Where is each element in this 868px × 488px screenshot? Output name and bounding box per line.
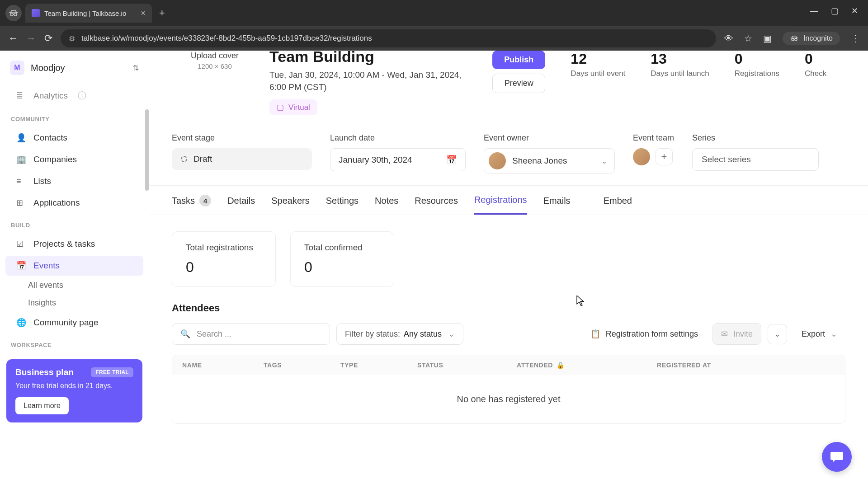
info-icon: ⓘ	[78, 90, 86, 102]
stat-days-until-launch: 13Days until launch	[651, 51, 709, 115]
tab-divider	[587, 197, 587, 209]
team-member-avatar[interactable]	[633, 148, 650, 165]
tab-speakers[interactable]: Speakers	[271, 195, 310, 215]
registration-form-settings-button[interactable]: 📋 Registration form settings	[582, 324, 706, 344]
trial-badge: FREE TRIAL	[91, 367, 133, 377]
attendees-search-input[interactable]: 🔍 Search ...	[172, 323, 330, 345]
browser-menu-icon[interactable]: ⋮	[851, 33, 860, 44]
owner-label: Event owner	[484, 133, 615, 143]
launch-date-input[interactable]: January 30th, 2024 📅	[330, 148, 466, 171]
sidebar-item-projects[interactable]: ☑Projects & tasks	[5, 234, 143, 254]
tab-emails[interactable]: Emails	[543, 195, 571, 215]
calendar-icon: 📅	[16, 261, 26, 271]
tasks-count-badge: 4	[199, 195, 211, 206]
browser-address-bar: ← → ⟳ ⚙ talkbase.io/w/moodjoy/events/e33…	[0, 26, 868, 51]
panel-total-registrations: Total registrations 0	[172, 231, 276, 287]
bookmark-star-icon[interactable]: ☆	[744, 33, 752, 44]
svg-point-1	[14, 13, 17, 16]
sidebar-item-events[interactable]: 📅Events	[5, 256, 143, 276]
applications-icon: ⊞	[16, 198, 26, 208]
sidebar-item-contacts[interactable]: 👤Contacts	[5, 128, 143, 148]
main-content: Upload cover 1200 × 630 Team Building Tu…	[149, 51, 868, 488]
stat-days-until-event: 12Days until event	[571, 51, 625, 115]
search-icon: 🔍	[180, 329, 190, 339]
panel-icon[interactable]: ▣	[763, 33, 772, 44]
sidebar-item-analytics[interactable]: ≣ Analytics ⓘ	[5, 85, 143, 107]
url-input[interactable]: ⚙ talkbase.io/w/moodjoy/events/e33823ef-…	[61, 29, 716, 47]
browser-tab[interactable]: Team Building | Talkbase.io ×	[25, 4, 152, 23]
export-button[interactable]: Export ⌄	[793, 324, 845, 344]
sidebar-item-applications[interactable]: ⊞Applications	[5, 193, 143, 213]
trial-learn-more-button[interactable]: Learn more	[15, 397, 69, 414]
nav-forward-icon: →	[26, 33, 36, 44]
tab-resources[interactable]: Resources	[415, 195, 458, 215]
status-filter[interactable]: Filter by status: Any status ⌄	[336, 323, 463, 345]
workspace-name: Moodjoy	[31, 63, 65, 73]
chat-fab-button[interactable]	[822, 442, 852, 472]
nav-reload-icon[interactable]: ⟳	[44, 33, 52, 44]
col-type[interactable]: TYPE	[340, 361, 417, 369]
nav-back-icon[interactable]: ←	[8, 33, 18, 44]
stat-registrations: 0Registrations	[735, 51, 779, 115]
chevron-updown-icon: ⇅	[133, 64, 139, 72]
stage-label: Event stage	[172, 133, 312, 143]
cover-upload-zone[interactable]: Upload cover 1200 × 630	[172, 51, 258, 86]
svg-point-0	[10, 13, 13, 16]
owner-avatar	[489, 152, 506, 169]
chevron-down-icon: ⌄	[448, 329, 455, 339]
sidebar-item-lists[interactable]: ≡Lists	[5, 171, 143, 191]
chevron-down-icon: ⌄	[830, 329, 837, 339]
col-registered-at[interactable]: REGISTERED AT	[657, 361, 835, 369]
owner-selector[interactable]: Sheena Jones ⌄	[484, 148, 615, 174]
col-tags[interactable]: TAGS	[264, 361, 340, 369]
sidebar-sub-all-events[interactable]: All events	[0, 277, 149, 294]
team-label: Event team	[633, 133, 674, 143]
workspace-switcher[interactable]: M Moodjoy ⇅	[0, 57, 149, 84]
incognito-indicator[interactable]: Incognito	[783, 32, 840, 45]
tab-title: Team Building | Talkbase.io	[44, 9, 126, 17]
eye-off-icon[interactable]: 👁	[724, 33, 733, 44]
sidebar-heading-workspace: WORKSPACE	[0, 333, 149, 353]
tab-favicon-icon	[32, 9, 40, 17]
event-date-range: Tue, Jan 30, 2024, 10:00 AM - Wed, Jan 3…	[269, 69, 477, 93]
workspace-avatar: M	[10, 61, 24, 75]
tab-settings[interactable]: Settings	[326, 195, 359, 215]
svg-point-3	[795, 38, 797, 41]
preview-button[interactable]: Preview	[492, 74, 545, 93]
sidebar-scrollbar[interactable]	[145, 109, 149, 191]
launch-date-label: Launch date	[330, 133, 466, 143]
add-team-member-button[interactable]: +	[656, 148, 673, 165]
new-tab-button[interactable]: +	[159, 7, 165, 19]
invite-dropdown-button[interactable]: ⌄	[768, 324, 787, 344]
tab-notes[interactable]: Notes	[375, 195, 398, 215]
tab-close-icon[interactable]: ×	[141, 9, 146, 18]
virtual-chip: ▢ Virtual	[269, 99, 317, 115]
tab-registrations[interactable]: Registrations	[474, 195, 527, 215]
window-minimize-icon[interactable]: —	[810, 6, 818, 16]
stage-selector[interactable]: Draft	[172, 148, 312, 170]
tab-details[interactable]: Details	[227, 195, 255, 215]
table-header-row: NAME TAGS TYPE STATUS ATTENDED🔒 REGISTER…	[172, 355, 845, 375]
site-settings-icon[interactable]: ⚙	[69, 34, 75, 43]
sidebar-sub-insights[interactable]: Insights	[0, 294, 149, 312]
event-title: Team Building	[269, 51, 481, 66]
tab-embed[interactable]: Embed	[604, 195, 632, 215]
sidebar-item-community-page[interactable]: 🌐Community page	[5, 313, 143, 333]
col-status[interactable]: STATUS	[417, 361, 517, 369]
tab-tasks[interactable]: Tasks4	[172, 195, 211, 215]
form-icon: 📋	[590, 329, 600, 339]
trial-promo-card: Business plan FREE TRIAL Your free trial…	[6, 359, 142, 422]
lists-icon: ≡	[16, 177, 26, 186]
window-close-icon[interactable]: ✕	[851, 6, 858, 16]
url-text: talkbase.io/w/moodjoy/events/e33823ef-8b…	[81, 34, 372, 43]
col-attended[interactable]: ATTENDED🔒	[517, 361, 657, 369]
sidebar-item-companies[interactable]: 🏢Companies	[5, 150, 143, 169]
browser-tab-strip: Team Building | Talkbase.io × + — ▢ ✕	[0, 0, 868, 26]
col-name[interactable]: NAME	[182, 361, 264, 369]
projects-icon: ☑	[16, 239, 26, 249]
publish-button[interactable]: Publish	[492, 51, 545, 69]
virtual-icon: ▢	[277, 103, 284, 112]
window-maximize-icon[interactable]: ▢	[831, 6, 839, 16]
series-selector[interactable]: Select series	[692, 148, 819, 171]
mail-icon: ✉	[721, 329, 728, 339]
